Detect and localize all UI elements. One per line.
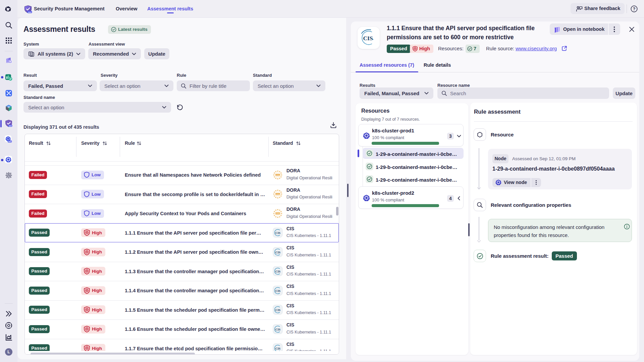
svg-text:?: ? xyxy=(633,7,636,11)
svg-text:CIS: CIS xyxy=(275,308,280,312)
svg-text:CIS: CIS xyxy=(275,231,280,235)
svg-text:CIS: CIS xyxy=(275,328,280,331)
svg-text:DORA: DORA xyxy=(276,213,280,214)
svg-text:NEW: NEW xyxy=(8,141,11,142)
svg-text:CIS: CIS xyxy=(275,251,280,254)
svg-text:CIS: CIS xyxy=(275,347,280,350)
svg-text:DORA: DORA xyxy=(276,193,280,195)
svg-text:NEW: NEW xyxy=(9,125,12,127)
svg-text:DORA: DORA xyxy=(276,174,280,176)
svg-text:CIS: CIS xyxy=(275,270,280,273)
svg-text:CIS: CIS xyxy=(275,289,280,293)
svg-text:CIS: CIS xyxy=(363,35,373,42)
svg-text:NEW: NEW xyxy=(28,11,32,13)
